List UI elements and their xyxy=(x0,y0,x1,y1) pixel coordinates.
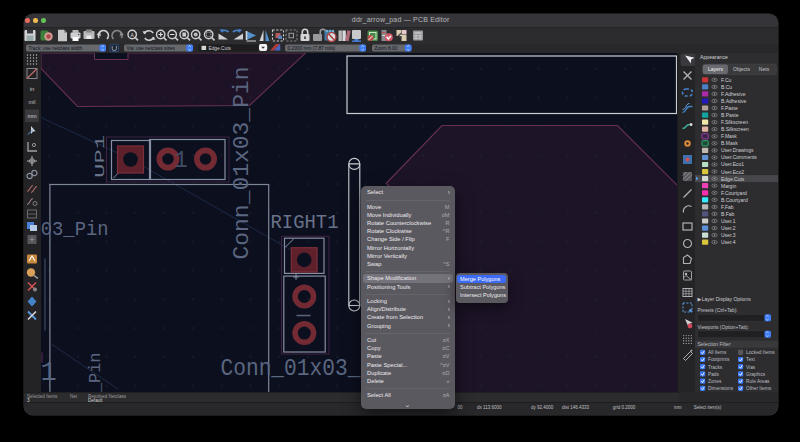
svg-text:mm: mm xyxy=(674,405,682,410)
svg-text:Presets (Ctrl+Tab):: Presets (Ctrl+Tab): xyxy=(697,308,737,313)
svg-text:B.Courtyard: B.Courtyard xyxy=(721,196,748,202)
svg-text:Edge.Cuts: Edge.Cuts xyxy=(209,46,232,51)
svg-text:F.Cu: F.Cu xyxy=(721,76,732,82)
svg-text:User.3: User.3 xyxy=(721,232,736,238)
svg-text:Layers: Layers xyxy=(707,66,723,72)
svg-text:User.Drawings: User.Drawings xyxy=(721,147,754,153)
svg-text:B.Mask: B.Mask xyxy=(721,140,738,146)
svg-text:B.Cu: B.Cu xyxy=(721,83,732,89)
svg-text:1: 1 xyxy=(41,358,57,388)
svg-text:Tracks: Tracks xyxy=(708,364,723,369)
svg-text:mm: mm xyxy=(28,112,37,118)
svg-text:RIGHT1: RIGHT1 xyxy=(270,211,338,234)
svg-text:Nets: Nets xyxy=(758,66,769,72)
svg-text:1: 1 xyxy=(174,147,188,173)
svg-text:Locked Items: Locked Items xyxy=(746,350,775,355)
svg-text:F.Paste: F.Paste xyxy=(721,104,738,110)
svg-text:Zones: Zones xyxy=(708,379,722,384)
svg-text:User.Eco2: User.Eco2 xyxy=(721,168,744,174)
svg-text:Selection Filter: Selection Filter xyxy=(697,340,730,346)
svg-text:Viewports (Option+Tab):: Viewports (Option+Tab): xyxy=(697,324,749,329)
svg-text:in: in xyxy=(30,85,35,91)
svg-text:grid 0.2000: grid 0.2000 xyxy=(613,405,636,410)
svg-text:All Items: All Items xyxy=(708,350,727,355)
svg-text:Objects: Objects xyxy=(733,66,750,72)
svg-text:Zoom 8.00: Zoom 8.00 xyxy=(375,46,398,51)
svg-text:mil: mil xyxy=(29,99,36,105)
svg-text:Dimensions: Dimensions xyxy=(708,386,734,391)
svg-text:dist 146.4333: dist 146.4333 xyxy=(562,405,590,410)
svg-text:Selected Items: Selected Items xyxy=(27,393,58,398)
svg-text:Conn_01x03_Pin: Conn_01x03_Pin xyxy=(85,352,104,392)
svg-text:▶ Layer Display Options: ▶ Layer Display Options xyxy=(697,296,751,302)
svg-text:F.Fab: F.Fab xyxy=(721,203,734,209)
svg-text:Vias: Vias xyxy=(746,364,756,369)
svg-text:User.1: User.1 xyxy=(721,217,736,223)
svg-text:F.Adhesive: F.Adhesive xyxy=(721,90,746,96)
svg-text:Pads: Pads xyxy=(708,371,720,376)
svg-text:User.2: User.2 xyxy=(721,225,736,231)
svg-text:A: A xyxy=(131,31,135,37)
svg-text:Margin: Margin xyxy=(721,182,737,188)
svg-text:dy 92.4000: dy 92.4000 xyxy=(531,405,554,410)
svg-text:00: 00 xyxy=(458,405,464,410)
svg-text:User.4: User.4 xyxy=(721,239,736,245)
svg-text:Rule Areas: Rule Areas xyxy=(746,379,770,384)
svg-text:B.Fab: B.Fab xyxy=(721,210,735,216)
svg-text:F.Silkscreen: F.Silkscreen xyxy=(721,119,748,125)
svg-text:F.Mask: F.Mask xyxy=(721,133,737,139)
svg-text:dx 113.6000: dx 113.6000 xyxy=(477,405,502,410)
svg-text:Conn_01x03_Pin: Conn_01x03_Pin xyxy=(230,66,255,259)
svg-text:Edge.Cuts: Edge.Cuts xyxy=(721,175,745,181)
svg-text:Footprints: Footprints xyxy=(708,357,730,362)
svg-text:Select item(s): Select item(s) xyxy=(694,405,722,410)
svg-text:B.Adhesive: B.Adhesive xyxy=(721,97,747,103)
svg-text:User.Comments: User.Comments xyxy=(721,154,757,160)
svg-text:User.Eco1: User.Eco1 xyxy=(721,161,744,167)
svg-text:Appearance: Appearance xyxy=(700,54,728,60)
svg-text:0.2000 mm (7.87 mils): 0.2000 mm (7.87 mils) xyxy=(288,46,336,51)
svg-text:Net: Net xyxy=(70,393,78,398)
svg-text:Text: Text xyxy=(746,357,755,362)
svg-text:B.Silkscreen: B.Silkscreen xyxy=(721,126,749,132)
svg-text:UP1: UP1 xyxy=(93,134,107,177)
svg-text:Track: use netclass width: Track: use netclass width xyxy=(29,46,83,51)
svg-text:B.Paste: B.Paste xyxy=(721,112,739,118)
svg-text:Conn_01x03_Pin: Conn_01x03_Pin xyxy=(41,217,109,240)
svg-text:Via: use netclass sizes: Via: use netclass sizes xyxy=(127,46,176,51)
svg-text:Graphics: Graphics xyxy=(746,371,766,376)
svg-text:F.Courtyard: F.Courtyard xyxy=(721,189,747,195)
svg-text:Other Items: Other Items xyxy=(746,386,772,391)
